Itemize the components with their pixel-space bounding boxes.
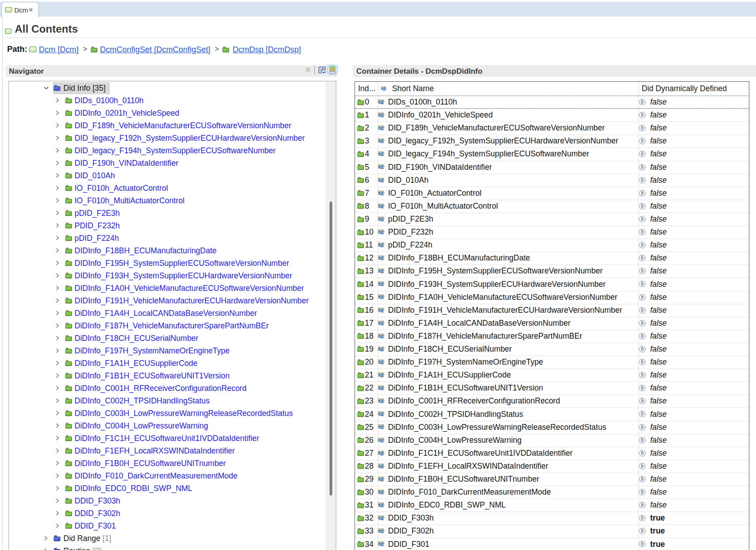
svg-text:b: b <box>641 411 644 417</box>
svg-text:b: b <box>641 125 644 130</box>
svg-text:b: b <box>641 242 644 248</box>
svg-text:b: b <box>641 190 644 196</box>
svg-text:b: b <box>641 359 644 365</box>
svg-text:b: b <box>641 476 644 482</box>
svg-text:b: b <box>641 542 644 547</box>
svg-text:b: b <box>641 385 644 390</box>
svg-text:b: b <box>641 450 644 456</box>
svg-text:b: b <box>641 281 644 287</box>
svg-text:b: b <box>641 320 644 326</box>
svg-text:b: b <box>641 372 644 378</box>
svg-text:b: b <box>641 437 644 443</box>
svg-text:b: b <box>641 502 644 508</box>
svg-text:b: b <box>641 177 644 183</box>
svg-text:b: b <box>641 269 644 274</box>
svg-text:b: b <box>641 515 644 521</box>
svg-text:b: b <box>641 203 644 209</box>
svg-text:b: b <box>641 112 644 118</box>
svg-text:b: b <box>641 529 644 534</box>
svg-text:b: b <box>641 307 644 313</box>
svg-text:b: b <box>641 489 644 495</box>
svg-text:b: b <box>641 139 644 144</box>
svg-text:b: b <box>641 294 644 300</box>
svg-text:b: b <box>641 399 644 404</box>
svg-text:b: b <box>641 216 644 222</box>
svg-text:b: b <box>641 255 644 260</box>
svg-text:b: b <box>641 151 644 157</box>
svg-text:b: b <box>641 333 644 339</box>
svg-text:b: b <box>641 463 644 469</box>
svg-text:b: b <box>641 229 644 235</box>
svg-text:b: b <box>641 424 644 430</box>
svg-text:b: b <box>641 164 644 170</box>
svg-text:b: b <box>641 346 644 352</box>
